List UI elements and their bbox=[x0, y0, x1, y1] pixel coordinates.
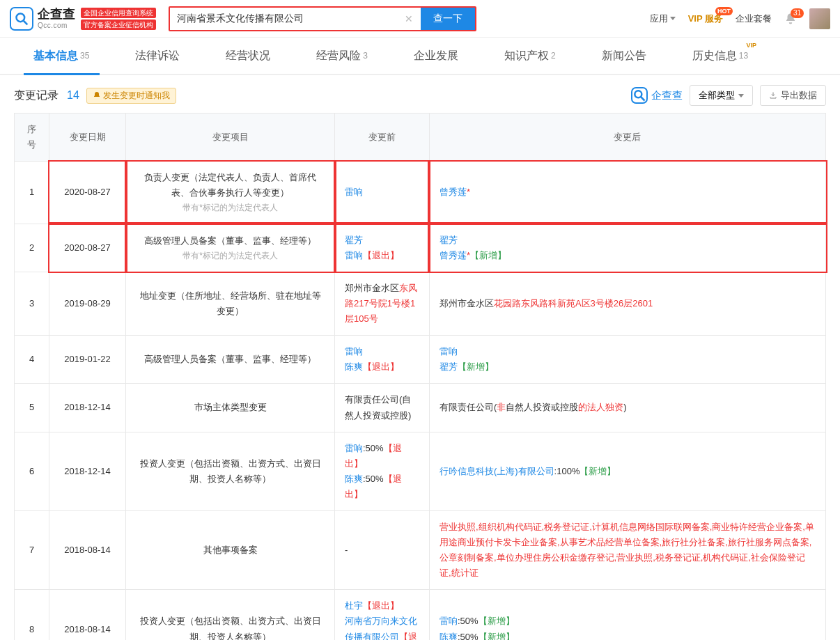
text-segment: - bbox=[345, 545, 348, 555]
text-segment[interactable]: 雷响 bbox=[345, 250, 363, 260]
tab-经营状况[interactable]: 经营状况 bbox=[206, 38, 290, 74]
chevron-down-icon bbox=[670, 17, 676, 20]
notify-button[interactable]: 发生变更时通知我 bbox=[86, 88, 176, 104]
export-button[interactable]: 导出数据 bbox=[760, 85, 826, 106]
avatar[interactable] bbox=[809, 8, 830, 29]
tab-新闻公告[interactable]: 新闻公告 bbox=[582, 38, 666, 74]
type-filter-label: 全部类型 bbox=[699, 89, 735, 102]
text-segment: 郑州市金水区 bbox=[345, 283, 399, 293]
table-row: 72018-08-14其他事项备案-营业执照,组织机构代码证,税务登记证,计算机… bbox=[15, 510, 826, 589]
text-segment[interactable]: 陈爽 bbox=[440, 632, 458, 640]
cell-item: 负责人变更（法定代表人、负责人、首席代表、合伙事务执行人等变更）带有*标记的为法… bbox=[126, 162, 335, 224]
text-segment[interactable]: 陈爽 bbox=[345, 361, 363, 372]
nav-suite[interactable]: 企业套餐 bbox=[736, 13, 772, 25]
type-filter[interactable]: 全部类型 bbox=[690, 85, 753, 106]
cell-index: 5 bbox=[15, 384, 49, 432]
table-head-row: 序号 变更日期 变更项目 变更前 变更后 bbox=[15, 114, 826, 162]
clear-icon[interactable]: ✕ bbox=[400, 13, 418, 24]
change-item: 高级管理人员备案（董事、监事、经理等） bbox=[136, 233, 325, 249]
cell-after: 营业执照,组织机构代码证,税务登记证,计算机信息网络国际联网备案,商业特许经营企… bbox=[429, 510, 825, 589]
th-index: 序号 bbox=[15, 114, 49, 162]
cell-after: 有限责任公司(非自然人投资或控股的法人独资) bbox=[429, 384, 825, 432]
text-segment[interactable]: 陈爽 bbox=[345, 474, 363, 484]
notification-icon[interactable]: 31 bbox=[784, 13, 797, 25]
cell-item: 地址变更（住所地址、经营场所、驻在地址等变更） bbox=[126, 272, 335, 335]
text-segment: :50% bbox=[458, 616, 479, 626]
header: 企查查 Qcc.com 全国企业信用查询系统 官方备案企业征信机构 ✕ 查一下 … bbox=[0, 0, 840, 38]
tab-知识产权[interactable]: 知识产权2 bbox=[485, 38, 575, 74]
nav-app[interactable]: 应用 bbox=[650, 13, 676, 25]
text-segment[interactable]: 行吟信息科技(上海)有限公司 bbox=[440, 466, 554, 476]
tab-label: 法律诉讼 bbox=[135, 49, 180, 63]
text-segment[interactable]: 曾秀莲 bbox=[440, 187, 467, 197]
text-segment: :100% bbox=[554, 466, 580, 476]
text-segment: 【新增】 bbox=[580, 466, 616, 476]
change-item: 市场主体类型变更 bbox=[136, 400, 325, 415]
tab-经营风险[interactable]: 经营风险3 bbox=[297, 38, 387, 74]
tab-法律诉讼[interactable]: 法律诉讼 bbox=[116, 38, 199, 74]
cell-item: 投资人变更（包括出资额、出资方式、出资日期、投资人名称等） bbox=[126, 432, 335, 510]
table-row: 42019-01-22高级管理人员备案（董事、监事、经理等）雷响陈爽【退出】雷响… bbox=[15, 336, 826, 384]
cell-date: 2018-08-14 bbox=[49, 590, 126, 640]
vip-badge: VIP bbox=[747, 42, 757, 49]
text-segment: 【退出】 bbox=[363, 250, 399, 260]
search-input[interactable] bbox=[170, 8, 400, 30]
text-segment: :50% bbox=[363, 474, 384, 484]
text-segment[interactable]: 雷响 bbox=[440, 616, 458, 626]
table-row: 52018-12-14市场主体类型变更有限责任公司(自然人投资或控股)有限责任公… bbox=[15, 384, 826, 432]
text-segment[interactable]: 翟芳 bbox=[345, 235, 363, 245]
table-row: 32019-08-29地址变更（住所地址、经营场所、驻在地址等变更）郑州市金水区… bbox=[15, 272, 826, 335]
text-segment: :50% bbox=[363, 443, 384, 453]
tab-label: 新闻公告 bbox=[602, 49, 646, 63]
qcc-brand: 企查查 bbox=[631, 87, 683, 104]
th-after: 变更后 bbox=[429, 114, 825, 162]
text-segment: 【退出】 bbox=[363, 600, 399, 611]
change-item: 高级管理人员备案（董事、监事、经理等） bbox=[136, 352, 325, 367]
text-segment[interactable]: 雷响 bbox=[345, 443, 363, 453]
tab-基本信息[interactable]: 基本信息35 bbox=[14, 38, 109, 74]
cell-after: 雷响翟芳【新增】 bbox=[429, 336, 825, 384]
cell-after: 郑州市金水区花园路东风路科新苑A区3号楼26层2601 bbox=[429, 272, 825, 335]
text-segment[interactable]: 翟芳 bbox=[440, 361, 458, 372]
section-header: 变更记录 14 发生变更时通知我 企查查 全部类型 导出数据 bbox=[0, 75, 840, 113]
nav-vip[interactable]: VIP 服务HOT bbox=[688, 13, 723, 25]
cell-date: 2020-08-27 bbox=[49, 224, 126, 272]
table-row: 82018-08-14投资人变更（包括出资额、出资方式、出资日期、投资人名称等）… bbox=[15, 590, 826, 640]
text-segment: 营业执照,组织机构代码证,税务登记证,计算机信息网络国际联网备案,商业特许经营企… bbox=[440, 522, 814, 578]
change-item: 地址变更（住所地址、经营场所、驻在地址等变更） bbox=[136, 288, 325, 319]
search-button[interactable]: 查一下 bbox=[421, 8, 475, 30]
text-segment[interactable]: 雷响 bbox=[345, 187, 363, 197]
tab-企业发展[interactable]: 企业发展 bbox=[394, 38, 478, 74]
tab-count: 13 bbox=[739, 51, 748, 61]
text-segment: 郑州市金水区 bbox=[440, 298, 494, 309]
tab-历史信息[interactable]: 历史信息13VIP bbox=[673, 38, 768, 74]
cell-after: 曾秀莲* bbox=[429, 162, 825, 224]
cell-before: - bbox=[335, 510, 430, 589]
change-item: 投资人变更（包括出资额、出资方式、出资日期、投资人名称等） bbox=[136, 456, 325, 487]
text-segment[interactable]: 曾秀莲 bbox=[440, 250, 467, 260]
text-segment[interactable]: 雷响 bbox=[345, 346, 363, 357]
text-segment: 【新增】 bbox=[470, 250, 506, 260]
text-segment: 【新增】 bbox=[479, 632, 515, 640]
text-segment: 【退出】 bbox=[363, 361, 399, 372]
bell-icon bbox=[93, 91, 101, 100]
notification-count: 31 bbox=[791, 8, 804, 18]
change-item: 其他事项备案 bbox=[136, 543, 325, 558]
text-segment[interactable]: 翟芳 bbox=[440, 235, 458, 245]
svg-line-3 bbox=[641, 97, 645, 101]
cell-before: 雷响 bbox=[335, 162, 430, 224]
text-segment[interactable]: 雷响 bbox=[440, 346, 458, 357]
logo[interactable]: 企查查 Qcc.com bbox=[10, 7, 75, 31]
text-segment[interactable]: 杜宇 bbox=[345, 600, 363, 611]
header-tag-2: 官方备案企业征信机构 bbox=[81, 19, 156, 30]
header-tags: 全国企业信用查询系统 官方备案企业征信机构 bbox=[81, 8, 156, 30]
text-segment: ) bbox=[623, 402, 626, 412]
cell-after: 行吟信息科技(上海)有限公司:100%【新增】 bbox=[429, 432, 825, 510]
cell-date: 2018-12-14 bbox=[49, 432, 126, 510]
change-item: 负责人变更（法定代表人、负责人、首席代表、合伙事务执行人等变更） bbox=[136, 170, 325, 201]
download-icon bbox=[769, 91, 777, 100]
logo-icon bbox=[10, 7, 33, 31]
chevron-down-icon bbox=[738, 94, 744, 97]
qcc-label: 企查查 bbox=[651, 89, 683, 102]
table-row: 22020-08-27高级管理人员备案（董事、监事、经理等）带有*标记的为法定代… bbox=[15, 224, 826, 272]
